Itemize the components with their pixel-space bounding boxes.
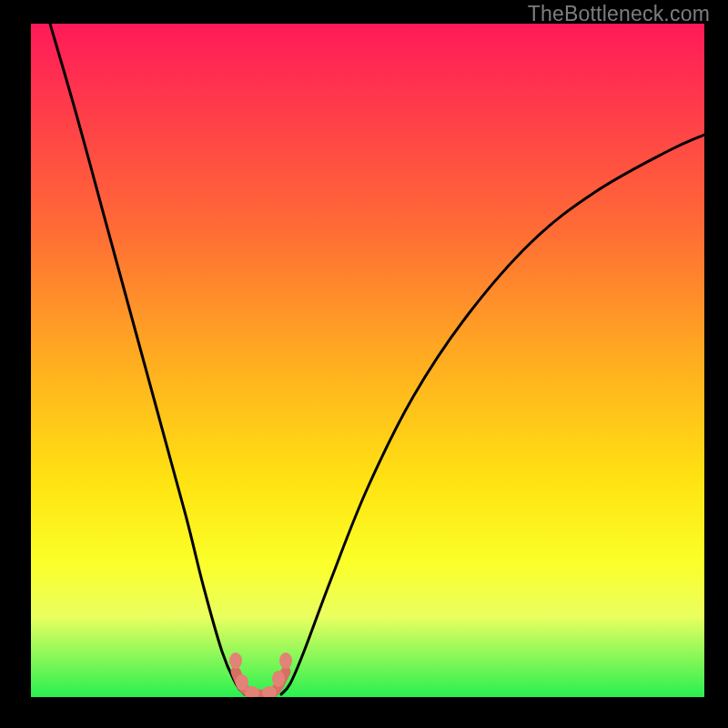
marker-knee-right-lower [272,671,285,687]
gradient-plot-area [31,24,704,697]
marker-knee-left-upper [229,652,242,669]
watermark-text: TheBottleneck.com [528,2,710,26]
curve-left-branch [50,24,245,694]
marker-knee-left-lower [236,674,248,691]
curve-layer [31,24,704,697]
curve-right-branch [281,135,704,694]
marker-knee-right-upper [279,652,292,669]
